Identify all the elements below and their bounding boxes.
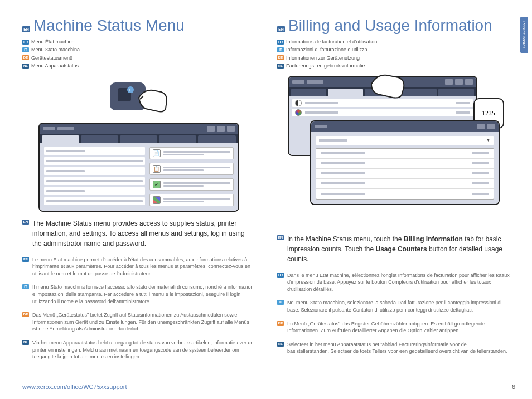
left-subtitles: FRMenu État machine ITMenu Stato macchin… — [22, 38, 255, 70]
list-icon: 📋 — [153, 165, 161, 173]
page-number: 6 — [512, 383, 515, 390]
right-column: EN Billing and Usage Information FRInfor… — [277, 17, 510, 388]
billing-info-label: Billing Information — [404, 235, 463, 243]
checkmark-icon: ✓ — [153, 181, 161, 188]
right-title-text: Billing and Usage Information — [288, 17, 492, 35]
left-trans-de: Das Menü „Gerätestatus" bietet Zugriff a… — [32, 312, 255, 333]
right-trans-de: Im Menü „Gerätestatus" das Register Gebü… — [287, 320, 510, 334]
paper-icon: 📄 — [153, 149, 161, 157]
lang-tag-en: EN — [22, 220, 29, 225]
left-trans-fr: Le menu État machine permet d'accéder à … — [32, 256, 255, 278]
right-subtitles: FRInformations de facturation et d'utili… — [277, 38, 510, 70]
hand-pressing-icon: i — [105, 78, 172, 117]
footer-url: www.xerox.com/office/WC75xxsupport — [22, 383, 127, 390]
left-title-text: Machine Status Menu — [33, 17, 185, 35]
color-grid-icon — [153, 196, 161, 204]
color-icon — [295, 109, 302, 116]
left-trans-nl: Via het menu Apparaatstatus hebt u toega… — [32, 339, 255, 361]
machine-status-screen-mock: 📄 📋 ✓ — [38, 123, 239, 212]
lang-tag-fr: FR — [22, 40, 29, 45]
right-title: EN Billing and Usage Information — [277, 17, 510, 35]
billing-screen-mock: 1235 ▼ — [288, 76, 500, 156]
left-trans-it: Il menu Stato macchina fornisce l'access… — [32, 284, 255, 305]
left-column: EN Machine Status Menu FRMenu État machi… — [22, 17, 255, 388]
lang-tag-nl: NL — [22, 64, 29, 69]
usage-counters-label: Usage Counters — [376, 245, 427, 253]
svg-text:i: i — [129, 87, 130, 93]
button-press-illustration: i — [22, 78, 255, 117]
lang-tag-en: EN — [22, 26, 30, 32]
lang-tag-it: IT — [22, 47, 29, 52]
lang-tag-de: DE — [22, 55, 29, 60]
bw-icon — [295, 100, 302, 106]
svg-point-2 — [127, 86, 134, 93]
lang-tag-en: EN — [277, 26, 285, 32]
counter-digits: 1235 — [480, 109, 497, 118]
hand-touch-icon — [360, 67, 416, 101]
left-body-en: EN The Machine Status menu provides acce… — [22, 218, 255, 249]
right-trans-nl: Selecteer in het menu Apparaatstatus het… — [287, 341, 510, 355]
right-trans-fr: Dans le menu État machine, sélectionnez … — [287, 272, 510, 293]
right-body-en: EN In the Machine Status menu, touch the… — [277, 234, 510, 264]
chevron-down-icon: ▼ — [486, 138, 491, 143]
left-title: EN Machine Status Menu — [22, 17, 255, 35]
right-trans-it: Nel menu Stato macchina, selezionare la … — [287, 299, 510, 313]
dropdown-mock: ▼ — [316, 136, 494, 145]
section-tab: Printer Basics — [520, 17, 528, 53]
